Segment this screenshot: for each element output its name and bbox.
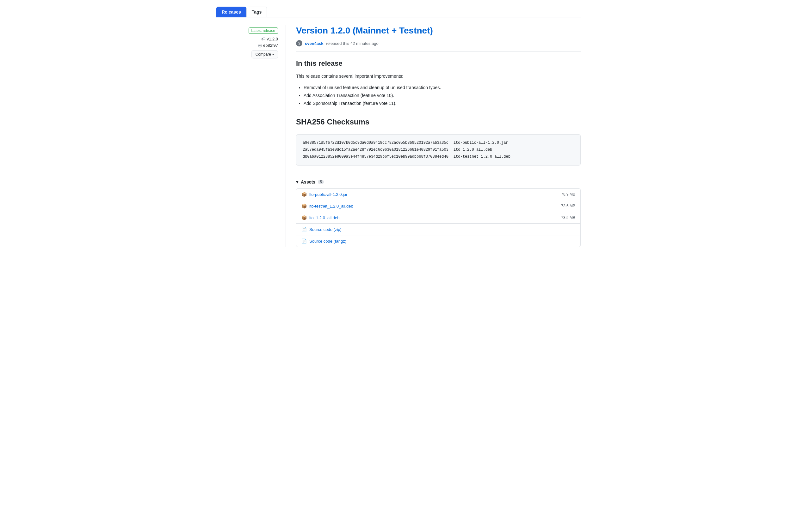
release-content: Version 1.2.0 (Mainnet + Testnet) S sven… <box>286 25 581 247</box>
compare-button-label: Compare <box>256 52 271 57</box>
release-meta-line: S sven4ask released this 42 minutes ago <box>296 40 581 52</box>
asset-size-deb: 73.5 MB <box>561 215 575 220</box>
compare-button[interactable]: Compare ▾ <box>251 50 278 58</box>
asset-left-source-zip: 📄 Source code (zip) <box>302 227 342 232</box>
in-this-release-heading: In this release <box>296 59 581 68</box>
asset-package-icon-deb: 📦 <box>302 215 307 220</box>
commit-icon: ◎ <box>258 43 262 48</box>
asset-size-jar: 78.9 MB <box>561 192 575 196</box>
checksums-heading: SHA256 Checksums <box>296 117 581 129</box>
release-meta-text: released this 42 minutes ago <box>326 41 379 46</box>
checksum-line-1: a9e38571d5fb722d107b0d5c9da0d0a9418cc782… <box>303 140 574 147</box>
compare-chevron-icon: ▾ <box>272 53 274 56</box>
assets-list: 📦 lto-public-all-1.2.0.jar 78.9 MB 📦 lto… <box>296 188 581 247</box>
checksum-hash-1: a9e38571d5fb722d107b0d5c9da0d0a9418cc782… <box>303 140 449 147</box>
assets-heading-label: Assets <box>301 179 315 185</box>
main-layout: Latest release 🏷 v1.2.0 ◎ eb82f97 Compar… <box>216 25 581 247</box>
asset-link-source-targz[interactable]: Source code (tar.gz) <box>309 239 346 244</box>
checksum-file-3: lto-testnet_1.2.0_all.deb <box>454 154 510 160</box>
assets-triangle-icon: ▾ <box>296 179 298 185</box>
version-tag-value: v1.2.0 <box>267 37 278 41</box>
tab-tags[interactable]: Tags <box>247 7 267 17</box>
checksum-hash-3: db0aba01228852e8009a3e44f4857e34d29b6f5e… <box>303 154 449 160</box>
asset-item-source-targz: 📄 Source code (tar.gz) <box>296 235 580 247</box>
asset-link-jar[interactable]: lto-public-all-1.2.0.jar <box>309 192 348 197</box>
asset-package-icon-testnet-deb: 📦 <box>302 204 307 209</box>
asset-item-source-zip: 📄 Source code (zip) <box>296 224 580 235</box>
checksum-file-2: lto_1.2.0_all.deb <box>454 147 492 154</box>
sidebar: Latest release 🏷 v1.2.0 ◎ eb82f97 Compar… <box>216 25 286 247</box>
checksum-file-1: lto-public-all-1.2.0.jar <box>454 140 508 147</box>
assets-header: ▾ Assets 5 <box>296 176 581 188</box>
sidebar-meta: 🏷 v1.2.0 ◎ eb82f97 <box>258 36 278 48</box>
asset-left-testnet-deb: 📦 lto-testnet_1.2.0_all.deb <box>302 204 353 209</box>
tag-icon: 🏷 <box>261 36 266 41</box>
author-avatar: S <box>296 40 302 46</box>
commit-hash-item: ◎ eb82f97 <box>258 43 278 48</box>
author-link[interactable]: sven4ask <box>305 41 324 46</box>
asset-size-testnet-deb: 73.5 MB <box>561 204 575 208</box>
version-tag-item: 🏷 v1.2.0 <box>261 36 278 41</box>
asset-link-deb[interactable]: lto_1.2.0_all.deb <box>309 215 339 220</box>
checksum-line-3: db0aba01228852e8009a3e44f4857e34d29b6f5e… <box>303 154 574 160</box>
asset-source-icon-zip: 📄 <box>302 227 307 232</box>
asset-left-deb: 📦 lto_1.2.0_all.deb <box>302 215 339 220</box>
asset-left-jar: 📦 lto-public-all-1.2.0.jar <box>302 192 348 197</box>
latest-release-badge: Latest release <box>249 27 278 34</box>
release-title: Version 1.2.0 (Mainnet + Testnet) <box>296 25 581 36</box>
bullet-3: Add Sponsorship Transaction (feature vot… <box>304 99 581 108</box>
bullet-2: Add Association Transaction (feature vot… <box>304 92 581 99</box>
asset-item-jar: 📦 lto-public-all-1.2.0.jar 78.9 MB <box>296 189 580 200</box>
release-bullets: Removal of unused features and cleanup o… <box>296 84 581 108</box>
asset-package-icon-jar: 📦 <box>302 192 307 197</box>
bullet-1: Removal of unused features and cleanup o… <box>304 84 581 92</box>
assets-count-badge: 5 <box>318 180 324 184</box>
checksum-hash-2: 2a57eda945fa3e0dc15fa2ae428f792ec6c9630a… <box>303 147 449 154</box>
tab-bar: Releases Tags <box>216 6 581 17</box>
commit-hash-value: eb82f97 <box>263 43 278 48</box>
tab-releases[interactable]: Releases <box>216 7 247 17</box>
checksums-block: a9e38571d5fb722d107b0d5c9da0d0a9418cc782… <box>296 134 581 166</box>
checksum-line-2: 2a57eda945fa3e0dc15fa2ae428f792ec6c9630a… <box>303 147 574 154</box>
asset-left-source-targz: 📄 Source code (tar.gz) <box>302 239 346 244</box>
asset-link-source-zip[interactable]: Source code (zip) <box>309 227 342 232</box>
release-description: This release contains several important … <box>296 73 581 80</box>
asset-link-testnet-deb[interactable]: lto-testnet_1.2.0_all.deb <box>309 204 353 209</box>
asset-source-icon-targz: 📄 <box>302 239 307 244</box>
asset-item-testnet-deb: 📦 lto-testnet_1.2.0_all.deb 73.5 MB <box>296 200 580 212</box>
asset-item-deb: 📦 lto_1.2.0_all.deb 73.5 MB <box>296 212 580 224</box>
